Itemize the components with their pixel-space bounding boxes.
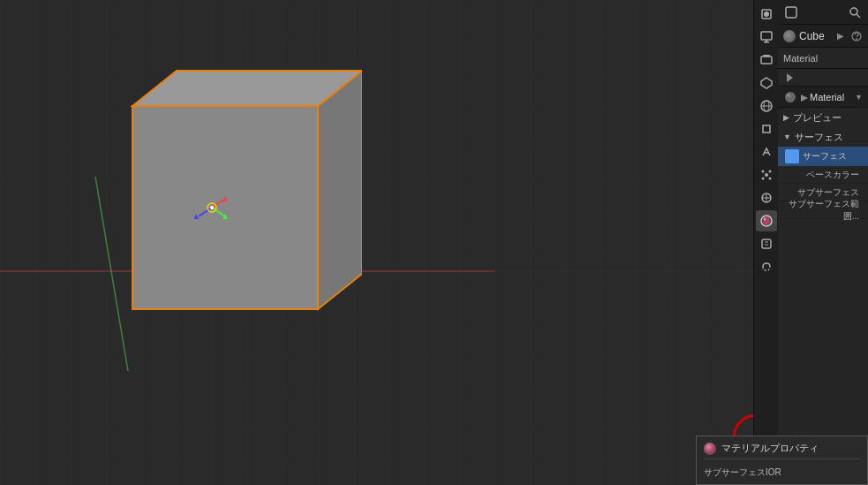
world-icon-btn[interactable] xyxy=(756,95,777,117)
svg-rect-38 xyxy=(762,239,771,248)
constraint-icon-btn[interactable] xyxy=(756,256,777,277)
svg-marker-48 xyxy=(801,95,808,102)
svg-point-11 xyxy=(210,206,214,209)
subsurface-radius-label: サブサーフェス範囲... xyxy=(783,198,863,223)
object-data-icon-btn[interactable] xyxy=(756,233,777,254)
svg-rect-17 xyxy=(761,32,772,40)
preview-label: プレビュー xyxy=(793,111,842,125)
particle-icon-btn[interactable] xyxy=(756,164,777,186)
material-icon-btn[interactable] xyxy=(756,210,777,231)
surface-label: サーフェス xyxy=(795,131,843,144)
scene-icon-btn[interactable] xyxy=(756,72,777,94)
svg-rect-19 xyxy=(766,40,767,42)
expand-arrow-icon xyxy=(787,73,793,82)
tooltip-main-label: マテリアルプロパティ xyxy=(721,442,819,455)
surface-section-header[interactable]: ▼ サーフェス xyxy=(778,127,868,147)
surface-shader-label: サーフェス xyxy=(803,150,847,163)
base-color-row: ベースカラー xyxy=(778,166,868,184)
tooltip-divider xyxy=(704,458,860,459)
tooltip-popup: マテリアルプロパティ サブサーフェスIOR xyxy=(696,436,868,485)
object-chevron-icon[interactable]: ▶ xyxy=(834,30,847,42)
output-icon-btn[interactable] xyxy=(756,27,777,48)
tooltip-sub-label: サブサーフェスIOR xyxy=(704,467,781,477)
properties-topbar xyxy=(778,0,868,25)
svg-point-31 xyxy=(768,178,771,180)
preview-section-arrow: ▶ xyxy=(783,113,789,122)
object-name-label: Cube xyxy=(799,30,831,42)
move-gizmo xyxy=(194,190,230,225)
svg-marker-5 xyxy=(318,71,362,309)
object-icon-btn[interactable] xyxy=(756,118,777,140)
object-selector-row[interactable]: Cube ▶ xyxy=(778,25,868,48)
svg-point-46 xyxy=(785,92,796,102)
subsurface-radius-row: サブサーフェス範囲... xyxy=(778,201,868,219)
svg-marker-14 xyxy=(194,214,199,219)
svg-point-32 xyxy=(765,173,768,177)
right-panel: Cube ▶ Material Material ▼ xyxy=(753,0,868,485)
modifier-icon-btn[interactable] xyxy=(756,141,777,163)
search-icon[interactable] xyxy=(847,4,863,20)
material-label: Material xyxy=(783,53,818,64)
mat-selector-arrow xyxy=(801,89,806,105)
svg-point-45 xyxy=(856,38,857,40)
physics-icon-btn[interactable] xyxy=(756,187,777,208)
svg-line-43 xyxy=(857,14,860,18)
svg-marker-22 xyxy=(761,78,772,88)
tooltip-sub-row: サブサーフェスIOR xyxy=(704,461,860,481)
svg-point-47 xyxy=(787,94,790,97)
svg-point-42 xyxy=(850,8,857,15)
topbar-tool-icon[interactable] xyxy=(783,4,799,20)
surface-section-arrow: ▼ xyxy=(783,133,791,141)
svg-rect-20 xyxy=(761,57,772,64)
surface-shader-row[interactable]: サーフェス xyxy=(778,147,868,166)
tooltip-icon-row: マテリアルプロパティ xyxy=(704,440,860,457)
base-color-label: ベースカラー xyxy=(783,169,863,181)
material-label-row: Material xyxy=(778,48,868,69)
svg-point-37 xyxy=(763,218,766,221)
subsurface-label: サブサーフェス xyxy=(783,186,863,199)
arrow-row xyxy=(778,69,868,87)
mat-dropdown-icon[interactable]: ▼ xyxy=(855,93,863,102)
properties-content-panel: Cube ▶ Material Material ▼ xyxy=(778,0,868,485)
object-extra-icon[interactable] xyxy=(850,30,863,42)
tooltip-material-icon xyxy=(704,443,716,455)
svg-rect-26 xyxy=(763,125,770,133)
render-icon-btn[interactable] xyxy=(756,4,777,25)
object-icon xyxy=(783,30,796,42)
svg-point-16 xyxy=(764,11,769,17)
surface-shader-icon xyxy=(785,149,799,163)
svg-point-30 xyxy=(761,178,764,180)
svg-rect-18 xyxy=(764,42,769,43)
svg-rect-21 xyxy=(763,55,770,57)
svg-rect-41 xyxy=(786,7,796,18)
material-selector-row[interactable]: Material ▼ xyxy=(778,87,868,108)
3d-viewport[interactable] xyxy=(0,0,753,485)
material-selector-label: Material xyxy=(810,92,851,102)
svg-marker-12 xyxy=(223,196,228,201)
material-sphere-icon xyxy=(783,90,797,104)
svg-point-28 xyxy=(761,171,764,173)
properties-icon-sidebar xyxy=(753,0,778,485)
svg-point-29 xyxy=(768,171,771,173)
view-layer-icon-btn[interactable] xyxy=(756,49,777,71)
preview-section-header[interactable]: ▶ プレビュー xyxy=(778,108,868,127)
